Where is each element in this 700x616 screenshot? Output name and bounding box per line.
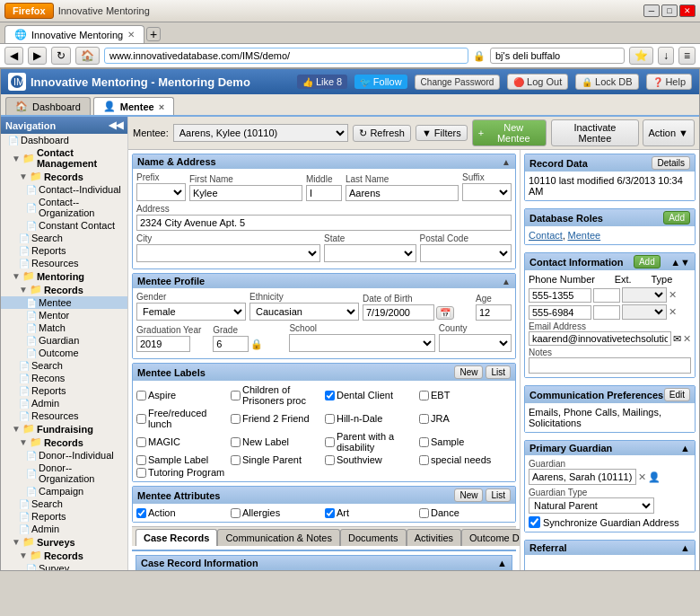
- sidebar-item-reports-mentoring[interactable]: 📄 Reports: [1, 384, 127, 397]
- change-password-button[interactable]: Change Password: [415, 75, 501, 90]
- tab-comm-notes[interactable]: Communication & Notes: [217, 529, 340, 546]
- tab-case-records[interactable]: Case Records: [136, 529, 217, 546]
- reload-button[interactable]: ↻: [51, 47, 71, 65]
- tutoring-checkbox[interactable]: [136, 468, 146, 478]
- sidebar-item-contact-organization[interactable]: 📄 Contact--Organization: [1, 196, 127, 219]
- email-icon[interactable]: ✉: [673, 333, 681, 345]
- last-name-input[interactable]: [346, 185, 459, 201]
- sidebar-item-campaign[interactable]: 📄 Campaign: [1, 485, 127, 497]
- guardian-type-select[interactable]: Natural Parent: [529, 497, 654, 514]
- twitter-follow[interactable]: 🐦 Follow: [354, 75, 407, 89]
- art-checkbox[interactable]: [325, 508, 335, 518]
- southview-checkbox[interactable]: [325, 455, 335, 465]
- first-name-input[interactable]: [189, 185, 302, 201]
- guardian-clear-icon[interactable]: ✕: [638, 471, 646, 483]
- parent-disability-checkbox[interactable]: [325, 437, 335, 447]
- comm-prefs-edit-button[interactable]: Edit: [664, 388, 690, 401]
- sidebar-item-match[interactable]: 📄 Match: [1, 321, 127, 334]
- dob-calendar-icon[interactable]: 📅: [436, 306, 454, 320]
- collapse-profile-icon[interactable]: ▲: [502, 277, 511, 286]
- sidebar-item-resources-cm[interactable]: 📄 Resources: [1, 257, 127, 269]
- db-roles-header[interactable]: Database Roles Add: [525, 209, 695, 226]
- sidebar-item-mentor[interactable]: 📄 Mentor: [1, 309, 127, 321]
- sidebar-item-admin-fundraising[interactable]: 📄 Admin: [1, 523, 127, 535]
- bookmark-button[interactable]: ↓: [658, 47, 674, 65]
- grad-year-input[interactable]: [136, 336, 190, 352]
- new-label-checkbox[interactable]: [231, 437, 241, 447]
- referral-collapse-icon[interactable]: ▲: [680, 542, 690, 553]
- city-select[interactable]: [136, 244, 320, 262]
- collapse-name-icon[interactable]: ▲: [502, 157, 511, 167]
- home-button[interactable]: 🏠: [75, 47, 100, 65]
- contact-info-header[interactable]: Contact Information Add ▲▼: [525, 253, 695, 270]
- maximize-button[interactable]: □: [661, 4, 678, 17]
- hill-n-dale-checkbox[interactable]: [325, 414, 335, 424]
- ebt-checkbox[interactable]: [419, 391, 429, 400]
- notes-input[interactable]: [529, 357, 691, 374]
- sample-checkbox[interactable]: [419, 437, 429, 447]
- mentee-profile-header[interactable]: Mentee Profile ▲: [133, 274, 515, 288]
- search-go-button[interactable]: ⭐: [629, 47, 653, 65]
- allergies-checkbox[interactable]: [231, 508, 241, 518]
- sidebar-folder-records[interactable]: ▼ 📁 Records: [1, 170, 127, 183]
- sidebar-folder-fundraising[interactable]: ▼ 📁 Fundraising: [1, 422, 127, 436]
- cr-collapse-icon[interactable]: ▲: [497, 558, 507, 568]
- suffix-select[interactable]: [462, 183, 512, 201]
- age-input[interactable]: [476, 304, 512, 321]
- sidebar-item-donor-organization[interactable]: 📄 Donor--Organization: [1, 462, 127, 485]
- special-needs-checkbox[interactable]: [419, 455, 429, 465]
- sidebar-item-contact-individual[interactable]: 📄 Contact--Individual: [1, 183, 127, 196]
- name-address-header[interactable]: Name & Address ▲: [133, 154, 515, 169]
- ext1-input[interactable]: [593, 288, 620, 303]
- tab-dashboard[interactable]: 🏠 Dashboard: [5, 97, 91, 115]
- firefox-button[interactable]: Firefox: [4, 3, 54, 19]
- sidebar-folder-records-fundraising[interactable]: ▼ 📁 Records: [1, 436, 127, 449]
- dental-client-checkbox[interactable]: [325, 391, 335, 400]
- search-input[interactable]: [490, 48, 625, 64]
- menu-button[interactable]: ≡: [678, 47, 696, 65]
- mentee-attributes-header[interactable]: Mentee Attributes New List: [133, 487, 515, 504]
- sidebar-item-mentee[interactable]: 📄 Mentee: [1, 296, 127, 309]
- single-parent-checkbox[interactable]: [231, 455, 241, 465]
- state-select[interactable]: [324, 244, 416, 262]
- address-input[interactable]: [136, 215, 512, 231]
- postal-select[interactable]: [420, 244, 512, 262]
- dob-input[interactable]: [363, 304, 434, 321]
- gender-select[interactable]: Female: [136, 303, 246, 321]
- middle-input[interactable]: [306, 185, 342, 201]
- guardian-collapse-icon[interactable]: ▲: [680, 443, 690, 453]
- type1-select[interactable]: [622, 287, 667, 303]
- back-button[interactable]: ◀: [4, 47, 23, 65]
- help-button[interactable]: ❓ Help: [646, 74, 692, 90]
- sidebar-item-guardian[interactable]: 📄 Guardian: [1, 334, 127, 347]
- sidebar-folder-mentoring[interactable]: ▼ 📁 Mentoring: [1, 269, 127, 283]
- lock-db-button[interactable]: 🔒 Lock DB: [575, 74, 638, 90]
- close-button[interactable]: ✕: [679, 4, 696, 17]
- county-select[interactable]: [439, 334, 512, 352]
- email-delete-icon[interactable]: ✕: [683, 333, 691, 345]
- phone1-input[interactable]: [529, 288, 591, 303]
- attributes-list-button[interactable]: List: [486, 488, 511, 502]
- phone2-input[interactable]: [529, 305, 591, 320]
- email-input[interactable]: [529, 331, 671, 346]
- guardian-input[interactable]: [529, 469, 636, 485]
- sidebar-item-constant-contact[interactable]: 📄 Constant Contact: [1, 219, 127, 232]
- phone1-delete-icon[interactable]: ✕: [669, 289, 677, 301]
- url-input[interactable]: [104, 48, 468, 64]
- sidebar-item-reports-fundraising[interactable]: 📄 Reports: [1, 510, 127, 523]
- sidebar-folder-records-surveys[interactable]: ▼ 📁 Records: [1, 549, 127, 562]
- tab-close-icon[interactable]: ✕: [127, 30, 135, 40]
- inactivate-button[interactable]: Inactivate Mentee: [551, 119, 638, 146]
- mentee-select[interactable]: Aarens, Kylee (10110): [173, 124, 349, 142]
- comm-prefs-header[interactable]: Communication Preferences Edit: [525, 386, 695, 403]
- tab-activities[interactable]: Activities: [407, 529, 461, 546]
- type2-select[interactable]: [622, 304, 667, 320]
- grade-input[interactable]: [213, 336, 249, 352]
- sidebar-item-donor-individual[interactable]: 📄 Donor--Individual: [1, 449, 127, 462]
- filters-button[interactable]: ▼ Filters: [416, 125, 468, 141]
- friend2friend-checkbox[interactable]: [231, 414, 241, 424]
- primary-guardian-header[interactable]: Primary Guardian ▲: [525, 441, 695, 455]
- sync-guardian-checkbox[interactable]: [529, 516, 540, 528]
- case-record-info-header[interactable]: Case Record Information ▲: [136, 555, 512, 570]
- new-mentee-button[interactable]: + New Mentee: [472, 119, 547, 146]
